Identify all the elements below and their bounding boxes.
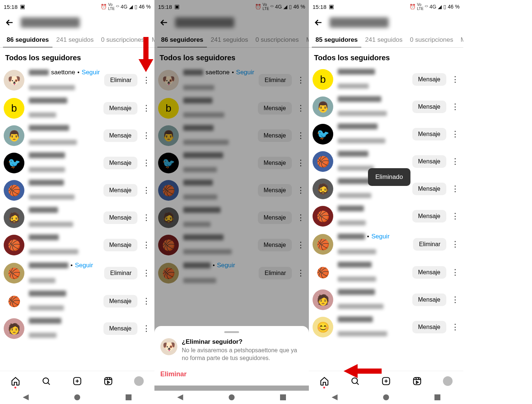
more-icon[interactable]: ⋮ xyxy=(451,184,460,194)
avatar[interactable]: 🏀 xyxy=(313,234,333,255)
mensaje-button[interactable]: Mensaje xyxy=(103,184,137,197)
sys-home-icon[interactable] xyxy=(229,394,235,400)
list-item[interactable]: bMensaje⋮ xyxy=(0,95,154,122)
list-item[interactable]: 👨Mensaje⋮ xyxy=(154,122,309,149)
more-icon[interactable]: ⋮ xyxy=(142,296,151,306)
tab-subscriptions[interactable]: 0 suscripciones xyxy=(97,32,148,47)
sys-home-icon[interactable] xyxy=(74,394,80,400)
avatar[interactable]: 🧑 xyxy=(4,318,24,339)
avatar[interactable]: 🏀 xyxy=(313,262,333,283)
list-item[interactable]: 🏀Mensaje⋮ xyxy=(309,203,463,230)
list-item[interactable]: 🧔Mensaje⋮ xyxy=(0,204,154,231)
avatar[interactable]: 🏀 xyxy=(158,180,179,201)
mensaje-button[interactable]: Mensaje xyxy=(103,129,137,142)
mensaje-button[interactable]: Mensaje xyxy=(258,157,292,169)
more-icon[interactable]: ⋮ xyxy=(451,240,460,249)
mensaje-button[interactable]: Mensaje xyxy=(258,211,292,224)
more-icon[interactable]: ⋮ xyxy=(296,186,305,195)
tab-subscriptions[interactable]: 0 suscripciones xyxy=(252,32,302,47)
list-item[interactable]: 🧑Mensaje⋮ xyxy=(0,315,154,342)
avatar[interactable]: 🧔 xyxy=(4,207,24,228)
avatar[interactable]: 🧔 xyxy=(158,207,179,228)
list-item[interactable]: 🏀Mensaje⋮ xyxy=(0,231,154,259)
sys-back-icon[interactable] xyxy=(23,394,29,400)
avatar[interactable]: 🐦 xyxy=(4,153,24,173)
list-item[interactable]: 🧔Mensaje⋮ xyxy=(154,204,309,231)
avatar[interactable]: 🐦 xyxy=(313,124,333,145)
profile-icon[interactable] xyxy=(443,376,453,386)
list-item[interactable]: 🐶saettone • SeguirEliminar⋮ xyxy=(0,66,154,95)
more-icon[interactable]: ⋮ xyxy=(142,213,151,223)
more-icon[interactable]: ⋮ xyxy=(296,213,305,223)
avatar[interactable]: 🏀 xyxy=(313,151,333,172)
tab-following[interactable]: 241 seguidos xyxy=(207,32,252,47)
more-icon[interactable]: ⋮ xyxy=(451,129,460,139)
mensaje-button[interactable]: Mensaje xyxy=(103,295,137,308)
avatar[interactable]: 🧔 xyxy=(313,179,333,199)
tab-subscriptions[interactable]: 0 suscripciones xyxy=(406,32,457,47)
avatar[interactable]: 🧑 xyxy=(313,289,333,310)
avatar[interactable]: 🐶 xyxy=(158,70,179,91)
mensaje-button[interactable]: Mensaje xyxy=(103,322,137,335)
list-item[interactable]: 🐶saettone • SeguirEliminar⋮ xyxy=(154,66,309,95)
eliminar-button[interactable]: Eliminar xyxy=(104,74,137,86)
list-item[interactable]: 👨Mensaje⋮ xyxy=(0,122,154,149)
avatar[interactable]: 😊 xyxy=(313,317,333,337)
back-icon[interactable] xyxy=(313,17,324,28)
avatar[interactable]: 🏀 xyxy=(313,206,333,227)
list-item[interactable]: 🏀Mensaje⋮ xyxy=(0,288,154,315)
mensaje-button[interactable]: Mensaje xyxy=(412,321,446,333)
list-item[interactable]: 👨Mensaje⋮ xyxy=(309,93,463,120)
more-icon[interactable]: ⋮ xyxy=(142,75,151,85)
more-icon[interactable]: ⋮ xyxy=(451,157,460,166)
sheet-eliminar-button[interactable]: Eliminar xyxy=(160,370,303,378)
more-icon[interactable]: ⋮ xyxy=(296,240,305,250)
avatar[interactable]: 🐶 xyxy=(4,70,24,91)
eliminar-button[interactable]: Eliminar xyxy=(413,238,446,251)
sys-recent-icon[interactable] xyxy=(126,394,132,400)
list-item[interactable]: bMensaje⋮ xyxy=(309,66,463,93)
mensaje-button[interactable]: Mensaje xyxy=(412,266,446,279)
mensaje-button[interactable]: Mensaje xyxy=(103,211,137,224)
follow-link[interactable]: Seguir xyxy=(371,233,389,240)
tab-following[interactable]: 241 seguidos xyxy=(52,32,97,47)
list-item[interactable]: 🏀Mensaje⋮ xyxy=(154,177,309,204)
sys-back-icon[interactable] xyxy=(332,394,338,400)
more-icon[interactable]: ⋮ xyxy=(296,158,305,168)
more-icon[interactable]: ⋮ xyxy=(451,322,460,332)
mensaje-button[interactable]: Mensaje xyxy=(412,128,446,140)
mensaje-button[interactable]: Mensaje xyxy=(103,157,137,169)
mensaje-button[interactable]: Mensaje xyxy=(412,183,446,195)
reels-icon[interactable] xyxy=(103,376,113,386)
avatar[interactable]: 👨 xyxy=(313,96,333,117)
list-item[interactable]: 😊Mensaje⋮ xyxy=(309,313,463,341)
more-icon[interactable]: ⋮ xyxy=(296,75,305,85)
mensaje-button[interactable]: Mensaje xyxy=(258,184,292,197)
mensaje-button[interactable]: Mensaje xyxy=(412,101,446,113)
avatar[interactable]: 🏀 xyxy=(4,263,24,284)
tab-brands[interactable]: Marcas xyxy=(148,32,154,47)
more-icon[interactable]: ⋮ xyxy=(142,103,151,113)
tab-followers[interactable]: 85 seguidores xyxy=(312,32,361,47)
avatar[interactable]: 🐦 xyxy=(158,153,179,173)
more-icon[interactable]: ⋮ xyxy=(451,295,460,305)
mensaje-button[interactable]: Mensaje xyxy=(412,155,446,168)
mensaje-button[interactable]: Mensaje xyxy=(412,210,446,223)
avatar[interactable]: b xyxy=(313,69,333,90)
tab-brands[interactable]: Marcas xyxy=(303,32,309,47)
create-icon[interactable] xyxy=(381,376,391,386)
more-icon[interactable]: ⋮ xyxy=(451,75,460,84)
sys-recent-icon[interactable] xyxy=(434,394,440,400)
avatar[interactable]: b xyxy=(158,98,179,119)
list-item[interactable]: 🏀Mensaje⋮ xyxy=(154,231,309,259)
more-icon[interactable]: ⋮ xyxy=(142,131,151,140)
mensaje-button[interactable]: Mensaje xyxy=(412,73,446,86)
list-item[interactable]: 🏀 • SeguirEliminar⋮ xyxy=(309,230,463,259)
search-icon[interactable] xyxy=(350,376,360,386)
tab-followers[interactable]: 86 seguidores xyxy=(157,32,207,47)
avatar[interactable]: 👨 xyxy=(158,125,179,146)
avatar[interactable]: b xyxy=(4,98,24,119)
back-icon[interactable] xyxy=(4,17,15,28)
home-icon[interactable] xyxy=(10,376,21,386)
list-item[interactable]: 🏀Mensaje⋮ xyxy=(0,177,154,204)
